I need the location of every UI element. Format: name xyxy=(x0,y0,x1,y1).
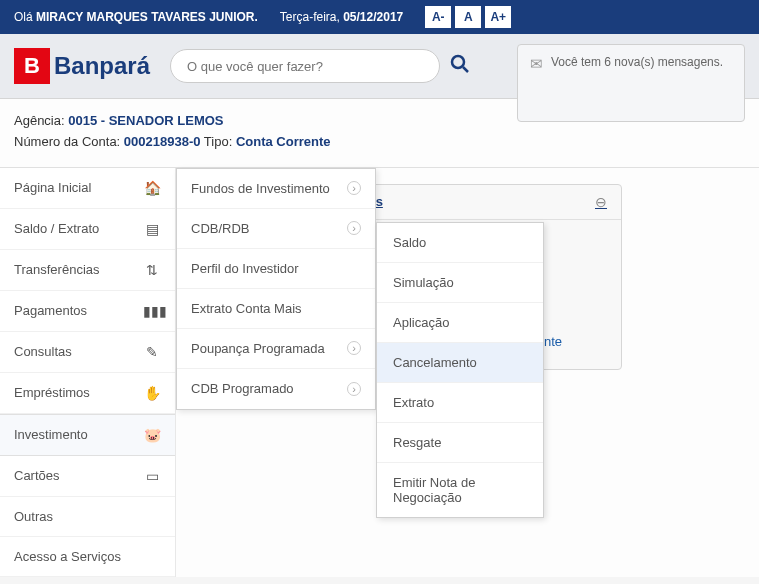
chevron-right-icon: › xyxy=(347,181,361,195)
card-icon: ▭ xyxy=(143,468,161,484)
submenu2-item-resgate[interactable]: Resgate xyxy=(377,423,543,463)
collapse-icon[interactable]: ⊖ xyxy=(595,194,607,210)
sidebar-item-investment[interactable]: Investimento 🐷 xyxy=(0,414,175,456)
top-bar: Olá MIRACY MARQUES TAVARES JUNIOR. Terça… xyxy=(0,0,759,34)
svg-point-0 xyxy=(452,56,464,68)
sidebar-item-label: Outras xyxy=(14,509,53,524)
barcode-icon: ▮▮▮ xyxy=(143,303,161,319)
submenu2-item-cancelamento[interactable]: Cancelamento xyxy=(377,343,543,383)
sidebar-item-home[interactable]: Página Inicial 🏠 xyxy=(0,168,175,209)
submenu-item-extrato-conta-mais[interactable]: Extrato Conta Mais xyxy=(177,289,375,329)
sidebar-item-cards[interactable]: Cartões ▭ xyxy=(0,456,175,497)
submenu-item-cdb-programado[interactable]: CDB Programado › xyxy=(177,369,375,409)
logo-mark-icon: B xyxy=(14,48,50,84)
submenu2-item-aplicacao[interactable]: Aplicação xyxy=(377,303,543,343)
font-size-controls: A- A A+ xyxy=(425,6,511,28)
content: Página Inicial 🏠 Saldo / Extrato ▤ Trans… xyxy=(0,168,759,577)
submenu-item-poupanca-programada[interactable]: Poupança Programada › xyxy=(177,329,375,369)
sidebar-item-label: Investimento xyxy=(14,427,88,442)
sidebar-item-label: Acesso a Serviços xyxy=(14,549,121,564)
account-type-value: Conta Corrente xyxy=(236,134,331,149)
chevron-right-icon: › xyxy=(347,382,361,396)
sidebar-item-loans[interactable]: Empréstimos ✋ xyxy=(0,373,175,414)
date-value: 05/12/2017 xyxy=(343,10,403,24)
cdb-rdb-submenu: Saldo Simulação Aplicação Cancelamento E… xyxy=(376,222,544,518)
transfer-icon: ⇅ xyxy=(143,262,161,278)
sidebar-item-label: Consultas xyxy=(14,344,72,359)
submenu-label: CDB Programado xyxy=(191,381,294,396)
agency-value: 0015 - SENADOR LEMOS xyxy=(68,113,223,128)
clipboard-icon: ✎ xyxy=(143,344,161,360)
account-number-label: Número da Conta: xyxy=(14,134,124,149)
font-increase-button[interactable]: A+ xyxy=(485,6,511,28)
submenu2-item-simulacao[interactable]: Simulação xyxy=(377,263,543,303)
user-name: MIRACY MARQUES TAVARES JUNIOR. xyxy=(36,10,258,24)
font-decrease-button[interactable]: A- xyxy=(425,6,451,28)
account-type-label: Tipo: xyxy=(200,134,235,149)
submenu-item-funds[interactable]: Fundos de Investimento › xyxy=(177,169,375,209)
statement-icon: ▤ xyxy=(143,221,161,237)
investment-submenu: Fundos de Investimento › CDB/RDB › Perfi… xyxy=(176,168,376,410)
account-number-value: 000218938-0 xyxy=(124,134,201,149)
submenu-label: Extrato Conta Mais xyxy=(191,301,302,316)
sidebar-item-label: Pagamentos xyxy=(14,303,87,318)
messages-box[interactable]: ✉ Você tem 6 nova(s) mensagens. xyxy=(517,44,745,122)
piggybank-icon: 🐷 xyxy=(143,427,161,443)
search xyxy=(170,49,470,83)
chevron-right-icon: › xyxy=(347,221,361,235)
submenu2-item-emitir-nota[interactable]: Emitir Nota de Negociação xyxy=(377,463,543,517)
weekday: Terça-feira, xyxy=(280,10,343,24)
greeting-prefix: Olá xyxy=(14,10,36,24)
font-normal-button[interactable]: A xyxy=(455,6,481,28)
logo-text: Banpará xyxy=(54,52,150,80)
sidebar-item-services[interactable]: Acesso a Serviços xyxy=(0,537,175,577)
sidebar-item-label: Saldo / Extrato xyxy=(14,221,99,236)
sidebar-item-label: Cartões xyxy=(14,468,60,483)
hand-icon: ✋ xyxy=(143,385,161,401)
sidebar-item-queries[interactable]: Consultas ✎ xyxy=(0,332,175,373)
submenu-label: Poupança Programada xyxy=(191,341,325,356)
envelope-icon: ✉ xyxy=(530,55,543,111)
submenu-label: Perfil do Investidor xyxy=(191,261,299,276)
home-icon: 🏠 xyxy=(143,180,161,196)
agency-label: Agência: xyxy=(14,113,68,128)
submenu-label: Fundos de Investimento xyxy=(191,181,330,196)
sidebar-item-label: Página Inicial xyxy=(14,180,91,195)
sidebar-item-balance[interactable]: Saldo / Extrato ▤ xyxy=(0,209,175,250)
sidebar-item-label: Transferências xyxy=(14,262,100,277)
submenu-item-cdb-rdb[interactable]: CDB/RDB › xyxy=(177,209,375,249)
svg-line-1 xyxy=(463,67,468,72)
greeting: Olá MIRACY MARQUES TAVARES JUNIOR. xyxy=(14,10,258,24)
search-icon[interactable] xyxy=(450,54,470,79)
header: B Banpará ✉ Você tem 6 nova(s) mensagens… xyxy=(0,34,759,99)
submenu-label: CDB/RDB xyxy=(191,221,250,236)
sidebar: Página Inicial 🏠 Saldo / Extrato ▤ Trans… xyxy=(0,168,176,577)
logo: B Banpará xyxy=(14,48,150,84)
current-date: Terça-feira, 05/12/2017 xyxy=(280,10,403,24)
sidebar-item-transfers[interactable]: Transferências ⇅ xyxy=(0,250,175,291)
submenu-item-investor-profile[interactable]: Perfil do Investidor xyxy=(177,249,375,289)
messages-text: Você tem 6 nova(s) mensagens. xyxy=(551,55,723,111)
sidebar-item-payments[interactable]: Pagamentos ▮▮▮ xyxy=(0,291,175,332)
chevron-right-icon: › xyxy=(347,341,361,355)
submenu2-item-saldo[interactable]: Saldo xyxy=(377,223,543,263)
search-input[interactable] xyxy=(170,49,440,83)
submenu2-item-extrato[interactable]: Extrato xyxy=(377,383,543,423)
sidebar-item-label: Empréstimos xyxy=(14,385,90,400)
sidebar-item-other[interactable]: Outras xyxy=(0,497,175,537)
